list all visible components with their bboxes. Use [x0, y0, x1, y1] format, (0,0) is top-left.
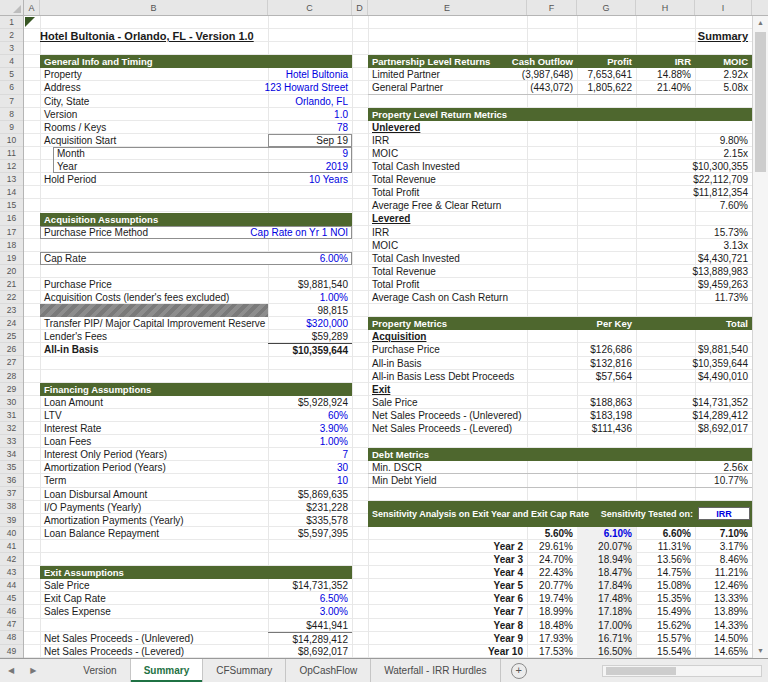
- cell-value-total[interactable]: $8,692,017: [636, 422, 752, 435]
- row-header[interactable]: 20: [0, 265, 23, 278]
- cell-value[interactable]: $9,881,540: [268, 278, 352, 291]
- new-sheet-button[interactable]: +: [511, 663, 527, 679]
- cell-value[interactable]: 18.99%: [527, 605, 577, 618]
- cell-value[interactable]: 15.08%: [636, 579, 695, 592]
- cell-value-total[interactable]: $9,881,540: [636, 343, 752, 356]
- cell-label[interactable]: Min Debt Yield: [368, 474, 692, 486]
- cell-label[interactable]: Purchase Price: [368, 343, 527, 356]
- row-header[interactable]: 25: [0, 330, 23, 343]
- cell-value[interactable]: 11.31%: [636, 540, 695, 553]
- cell-value[interactable]: 15.62%: [636, 619, 695, 632]
- cell-value-highlighted[interactable]: 18.94%: [577, 553, 636, 566]
- sheet-tab[interactable]: Waterfall - IRR Hurdles: [371, 659, 500, 682]
- cell-label[interactable]: Acquisition: [368, 330, 527, 343]
- cell-label[interactable]: Average Cash on Cash Return: [368, 291, 692, 304]
- year-label[interactable]: Year 5: [368, 579, 527, 592]
- row-header[interactable]: 13: [0, 173, 23, 186]
- section-header[interactable]: Financing Assumptions: [40, 383, 352, 396]
- row-header[interactable]: 4: [0, 55, 23, 68]
- cell-label[interactable]: Total Cash Invested: [368, 160, 692, 173]
- cell-value[interactable]: 3.00%: [268, 605, 352, 618]
- cell-label[interactable]: Net Sales Proceeds - (Levered): [40, 645, 268, 658]
- cell-label[interactable]: Cap Rate: [40, 252, 268, 265]
- cell-label[interactable]: Sales Expense: [40, 605, 268, 618]
- tested-on-selector[interactable]: IRR: [698, 507, 750, 520]
- cell-label[interactable]: Transfer PIP/ Major Capital Improvement …: [40, 317, 268, 330]
- cell-label[interactable]: [40, 265, 268, 278]
- cell-label[interactable]: IRR: [368, 226, 692, 239]
- cell-label[interactable]: Loan Amount: [40, 396, 268, 409]
- row-header[interactable]: 42: [0, 553, 23, 566]
- cell-value[interactable]: 1,805,622: [577, 81, 636, 93]
- row-header[interactable]: 2: [0, 29, 23, 42]
- row-header[interactable]: 47: [0, 618, 23, 631]
- cap-rate-header[interactable]: 5.60%: [527, 527, 577, 540]
- cell-value[interactable]: 123 Howard Street: [265, 81, 352, 94]
- row-header[interactable]: 37: [0, 487, 23, 500]
- cell-value[interactable]: $13,889,983: [692, 265, 752, 278]
- cell-label[interactable]: Exit: [368, 383, 527, 396]
- cell-value-total[interactable]: [636, 330, 752, 343]
- cell-label[interactable]: IRR: [368, 134, 692, 147]
- sheet-tab[interactable]: Summary: [131, 659, 204, 682]
- cell-value[interactable]: 12.46%: [695, 579, 752, 592]
- horizontal-scrollbar-thumb[interactable]: [606, 667, 676, 675]
- row-header[interactable]: 28: [0, 370, 23, 383]
- cell-value[interactable]: 1.00%: [268, 291, 352, 304]
- cell-label[interactable]: Unlevered: [368, 121, 692, 134]
- cell-value-per-key[interactable]: $132,816: [527, 357, 636, 370]
- cell-value[interactable]: 6.50%: [268, 592, 352, 605]
- cell-value-total[interactable]: $10,359,644: [636, 357, 752, 370]
- cell-value-highlighted[interactable]: 17.18%: [577, 605, 636, 618]
- row-header[interactable]: 40: [0, 527, 23, 540]
- cell-value[interactable]: $5,597,395: [268, 527, 352, 540]
- cell-label[interactable]: Purchase Price: [40, 278, 268, 291]
- cell-value[interactable]: 17.53%: [527, 645, 577, 658]
- cell-value-highlighted[interactable]: 17.84%: [577, 579, 636, 592]
- cell-value[interactable]: 14.65%: [695, 645, 752, 658]
- row-header[interactable]: 21: [0, 278, 23, 291]
- cell-value-highlighted[interactable]: 16.71%: [577, 632, 636, 645]
- cell-label[interactable]: Total Revenue: [368, 265, 692, 278]
- cell-value-per-key[interactable]: [527, 330, 636, 343]
- row-header[interactable]: 14: [0, 186, 23, 199]
- cell-value[interactable]: (443,072): [527, 81, 577, 93]
- row-header[interactable]: 29: [0, 383, 23, 396]
- cell-label[interactable]: Lender's Fees: [40, 330, 268, 343]
- cell-value[interactable]: 15.49%: [636, 605, 695, 618]
- cell-value[interactable]: 14.33%: [695, 619, 752, 632]
- cell-value[interactable]: 15.57%: [636, 632, 695, 645]
- cell-label[interactable]: [40, 304, 268, 317]
- row-header[interactable]: 30: [0, 396, 23, 409]
- cell-label[interactable]: Purchase Price Method: [40, 226, 250, 239]
- cell-value[interactable]: [692, 121, 752, 134]
- cell-label[interactable]: Amortization Period (Years): [40, 461, 268, 474]
- cell-value-per-key[interactable]: $188,863: [527, 396, 636, 409]
- row-header[interactable]: 41: [0, 540, 23, 553]
- cell-value[interactable]: 13.33%: [695, 592, 752, 605]
- cell-value[interactable]: 7,653,641: [577, 68, 636, 81]
- section-header[interactable]: Acquisition Assumptions: [40, 213, 352, 226]
- column-header-c[interactable]: C: [268, 0, 352, 15]
- sheet-tab[interactable]: Version: [70, 659, 130, 682]
- row-header[interactable]: 36: [0, 474, 23, 487]
- section-header[interactable]: Exit Assumptions: [40, 566, 352, 579]
- cell-value[interactable]: 17.93%: [527, 632, 577, 645]
- cell-value[interactable]: $10,359,644: [268, 343, 352, 356]
- row-header[interactable]: 46: [0, 605, 23, 618]
- sheet-grid[interactable]: Hotel Bultonia - Orlando, FL - Version 1…: [24, 16, 752, 658]
- row-header[interactable]: 8: [0, 108, 23, 121]
- vertical-scrollbar-thumb[interactable]: [755, 32, 766, 172]
- sheet-label[interactable]: Summary: [368, 29, 748, 44]
- cell-label[interactable]: All-in Basis Less Debt Proceeds: [368, 370, 527, 383]
- cell-label[interactable]: Property: [40, 68, 268, 81]
- cell-value-per-key[interactable]: $111,436: [527, 422, 636, 435]
- cell-value[interactable]: 18.48%: [527, 619, 577, 632]
- cell-value-total[interactable]: $14,289,412: [636, 409, 752, 422]
- cell-value[interactable]: 10 Years: [268, 173, 352, 186]
- row-header[interactable]: 17: [0, 226, 23, 239]
- cell-value[interactable]: 2019: [268, 160, 352, 173]
- cell-label[interactable]: Sale Price: [40, 579, 268, 592]
- year-label[interactable]: Year 9: [368, 632, 527, 645]
- cell-value[interactable]: [268, 239, 352, 252]
